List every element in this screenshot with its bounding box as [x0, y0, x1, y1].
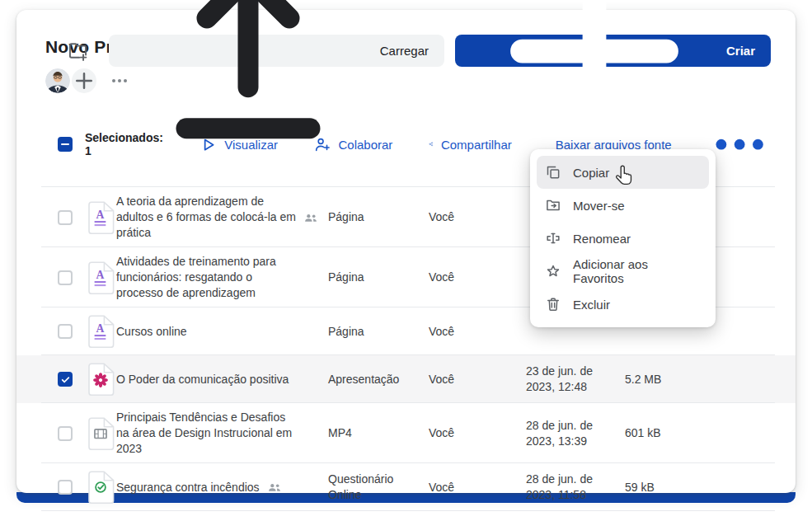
menu-item-label: Renomear [573, 232, 631, 246]
upload-button[interactable]: Carregar [109, 35, 444, 67]
menu-item-copy[interactable]: Copiar [537, 156, 709, 189]
file-type: Página [328, 270, 429, 285]
selected-count-label: Selecionados: 1 [85, 131, 163, 157]
file-type: Questionário Online [328, 472, 429, 503]
toolbar-action-preview[interactable]: Visualizar [199, 136, 278, 153]
row-lead-cell [58, 471, 116, 504]
file-date: 28 de jun. de 2023, 13:39 [526, 418, 608, 449]
row-checkbox[interactable] [58, 426, 73, 441]
svg-text:A: A [96, 269, 105, 281]
rename-icon [545, 230, 561, 246]
file-owner: Você [429, 209, 526, 225]
file-name: Principais Tendências e Desafios na área… [116, 410, 296, 457]
row-lead-cell: A [58, 201, 116, 234]
file-owner: Você [429, 324, 526, 340]
presentation-file-icon [87, 363, 115, 396]
video-file-icon [87, 417, 115, 450]
row-lead-cell [58, 417, 116, 450]
copy-icon [545, 164, 561, 181]
play-icon [199, 136, 217, 153]
row-checkbox[interactable] [58, 270, 73, 285]
menu-item-label: Mover-se [573, 199, 625, 213]
toolbar-action-share[interactable]: Compartilhar [429, 138, 511, 152]
table-row[interactable]: Segurança contra incêndiosQuestionário O… [16, 463, 796, 511]
file-owner: Você [429, 372, 526, 387]
context-menu: CopiarMover-seRenomearAdicionar aos Favo… [530, 149, 716, 327]
toolbar-action-label: Compartilhar [441, 138, 512, 152]
file-owner: Você [429, 270, 526, 285]
table-row[interactable]: Principais Tendências e Desafios na área… [16, 403, 796, 463]
toolbar-action-collaborate[interactable]: Colaborar [314, 136, 392, 153]
toolbar-action-label: Visualizar [224, 138, 278, 152]
create-button[interactable]: Criar [455, 35, 771, 67]
avatar[interactable] [45, 68, 70, 93]
file-size: 601 kB [625, 425, 699, 441]
more-horizontal-icon [708, 113, 771, 176]
select-all-checkbox[interactable] [58, 137, 73, 152]
toolbar-action-more[interactable] [708, 113, 771, 176]
file-name-cell[interactable]: Atividades de treinamento para funcionár… [116, 254, 328, 301]
file-date: 23 de jun. de 2023, 12:48 [526, 364, 608, 395]
screenshot-stage: Novo Projeto [0, 0, 812, 521]
people-icon [266, 479, 283, 495]
row-checkbox[interactable] [58, 210, 73, 225]
create-button-label: Criar [726, 44, 755, 58]
row-checkbox[interactable] [58, 372, 73, 387]
new-folder-icon [67, 40, 89, 62]
file-owner: Você [429, 425, 526, 441]
row-lead-cell [58, 363, 116, 396]
menu-item-move[interactable]: Mover-se [537, 189, 709, 222]
file-owner: Você [429, 480, 526, 495]
people-icon [303, 209, 319, 226]
toolbar-action-label: Colaborar [338, 138, 392, 152]
avatar-photo [45, 68, 70, 93]
file-type: Apresentação [328, 372, 429, 387]
add-member-button[interactable] [72, 68, 96, 93]
row-lead-cell: A [58, 315, 116, 348]
plus-icon [72, 68, 96, 93]
header-actions: Carregar Criar [67, 35, 771, 67]
file-name: Atividades de treinamento para funcionár… [116, 254, 296, 301]
file-date: 28 de jun. de 2023, 11:58 [526, 472, 608, 503]
upload-button-label: Carregar [380, 44, 429, 58]
star-icon [545, 263, 561, 279]
page-file-icon: A [87, 315, 115, 348]
header: Novo Projeto [16, 10, 796, 93]
row-checkbox[interactable] [58, 324, 73, 339]
svg-text:A: A [96, 209, 105, 221]
file-type: Página [328, 209, 429, 225]
file-name: Segurança contra incêndios [116, 480, 260, 495]
menu-item-label: Excluir [573, 298, 610, 312]
quiz-file-icon [87, 471, 115, 504]
new-folder-button[interactable] [67, 40, 89, 62]
file-name-cell[interactable]: O Poder da comunicação positiva [116, 372, 328, 387]
menu-item-label: Adicionar aos Favoritos [573, 257, 701, 285]
file-name-cell[interactable]: A teoria da aprendizagem de adultos e 6 … [116, 194, 328, 241]
file-name: A teoria da aprendizagem de adultos e 6 … [116, 194, 296, 241]
file-name: O Poder da comunicação positiva [116, 372, 289, 387]
page-file-icon: A [87, 201, 115, 234]
file-type: MP4 [328, 425, 429, 441]
row-lead-cell: A [58, 261, 116, 294]
file-name-cell[interactable]: Cursos online [116, 324, 328, 340]
file-name-cell[interactable]: Principais Tendências e Desafios na área… [116, 410, 328, 457]
menu-item-rename[interactable]: Renomear [537, 222, 709, 255]
file-size: 5.2 MB [625, 372, 699, 387]
share-icon [429, 142, 434, 147]
file-type: Página [328, 324, 429, 340]
file-name-cell[interactable]: Segurança contra incêndios [116, 479, 328, 495]
person-add-icon [314, 136, 331, 153]
row-checkbox[interactable] [58, 480, 73, 495]
menu-item-label: Copiar [573, 166, 609, 180]
move-icon [545, 197, 561, 214]
indeterminate-icon [61, 143, 69, 145]
trash-icon [545, 296, 561, 312]
file-size: 59 kB [625, 480, 699, 495]
menu-item-favorite[interactable]: Adicionar aos Favoritos [537, 255, 709, 288]
svg-text:A: A [96, 322, 105, 335]
table-row[interactable]: O Poder da comunicação positivaApresenta… [16, 355, 796, 403]
page-file-icon: A [87, 261, 115, 294]
file-name: Cursos online [116, 324, 187, 340]
menu-item-delete[interactable]: Excluir [537, 288, 709, 321]
